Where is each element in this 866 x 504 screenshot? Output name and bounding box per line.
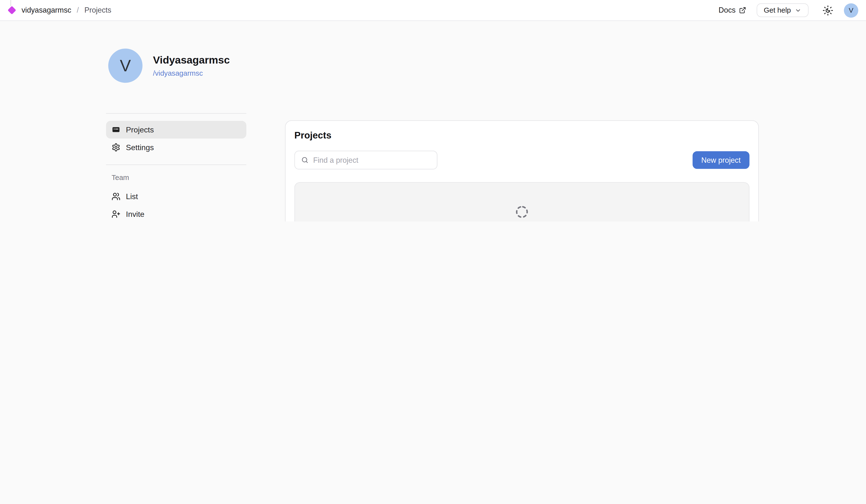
- breadcrumb-separator: /: [77, 6, 79, 14]
- user-avatar[interactable]: V: [844, 3, 858, 18]
- user-avatar-initial: V: [849, 6, 853, 14]
- main-content: V Vidyasagarmsc /vidyasagarmsc ProjectsS…: [0, 48, 866, 221]
- user-plus-icon: [112, 210, 120, 219]
- docs-link[interactable]: Docs: [719, 6, 746, 14]
- app-root: vidyasagarmsc / Projects Docs Get help: [0, 0, 866, 221]
- get-help-label: Get help: [764, 6, 791, 14]
- breadcrumb-org[interactable]: vidyasagarmsc: [22, 6, 71, 14]
- sidebar-item-label: Settings: [126, 143, 154, 152]
- sidebar-item-label: List: [126, 192, 138, 201]
- projects-card-title: Projects: [295, 130, 750, 141]
- get-help-button[interactable]: Get help: [756, 3, 809, 17]
- sidebar-item-projects[interactable]: Projects: [106, 121, 246, 138]
- sidebar-item-settings[interactable]: Settings: [106, 138, 246, 156]
- breadcrumb-plumb-line: [10, 0, 11, 6]
- projects-toolbar: New project: [295, 151, 750, 169]
- chevron-down-icon: [795, 7, 801, 13]
- logfire-diamond-icon[interactable]: [8, 6, 16, 14]
- sidebar-item-invite[interactable]: Invite: [106, 205, 246, 221]
- sidebar-item-label: Invite: [126, 210, 144, 219]
- theme-toggle-button[interactable]: [822, 4, 833, 16]
- project-search-box: [295, 151, 437, 169]
- search-icon: [301, 156, 309, 164]
- users-icon: [112, 192, 120, 201]
- profile-header: V Vidyasagarmsc /vidyasagarmsc: [106, 48, 866, 83]
- new-project-button[interactable]: New project: [692, 151, 750, 169]
- profile-text: Vidyasagarmsc /vidyasagarmsc: [153, 54, 230, 77]
- sidebar-section-label-team: Team: [106, 173, 246, 182]
- breadcrumb: vidyasagarmsc / Projects: [8, 6, 111, 14]
- sun-moon-icon: [822, 4, 833, 16]
- project-search-input[interactable]: [313, 156, 431, 164]
- projects-icon: [112, 125, 120, 134]
- external-link-icon: [739, 7, 746, 14]
- topbar-actions: Docs Get help: [719, 3, 858, 18]
- sidebar-divider: [106, 164, 246, 165]
- gear-icon: [112, 143, 120, 152]
- topbar: vidyasagarmsc / Projects Docs Get help: [0, 0, 866, 21]
- docs-link-label: Docs: [719, 6, 736, 14]
- breadcrumb-page: Projects: [85, 6, 111, 14]
- sidebar-item-list[interactable]: List: [106, 188, 246, 205]
- loading-spinner-icon: [515, 205, 529, 218]
- sidebar-nav: ProjectsSettingsTeamListInvitePaymentPla…: [106, 113, 246, 221]
- org-slug-link[interactable]: /vidyasagarmsc: [153, 69, 230, 77]
- columns: ProjectsSettingsTeamListInvitePaymentPla…: [106, 113, 866, 221]
- projects-empty-state: You don't have any projects. Create one …: [295, 182, 750, 221]
- projects-card: Projects New project: [285, 120, 759, 221]
- org-avatar-initial: V: [120, 56, 131, 75]
- sidebar-item-label: Projects: [126, 125, 154, 134]
- org-name: Vidyasagarmsc: [153, 54, 230, 66]
- org-avatar: V: [108, 48, 143, 83]
